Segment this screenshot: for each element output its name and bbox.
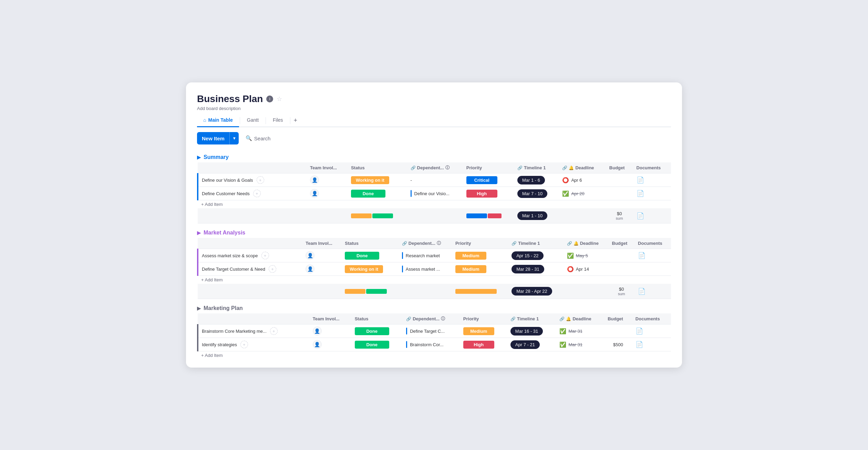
add-item-button[interactable]: + Add Item xyxy=(198,276,671,284)
new-item-button[interactable]: New Item ▾ xyxy=(197,132,239,144)
deadline-cell: ⭕Apr 14 xyxy=(564,262,609,276)
table-market: Team Invol...Status🔗 Dependent... ⓘPrior… xyxy=(197,238,671,299)
budget-cell xyxy=(606,187,633,200)
timeline-badge: Mar 28 - 31 xyxy=(512,265,544,273)
item-name: Define Target Customer & Need xyxy=(202,267,265,272)
deadline-cell: ✅Mar 31 xyxy=(556,324,604,338)
priority-cell[interactable]: Medium xyxy=(460,324,507,338)
search-icon: 🔍 xyxy=(246,135,252,141)
dep-bar xyxy=(411,190,412,197)
col-header-item xyxy=(198,313,309,324)
priority-cell[interactable]: High xyxy=(460,338,507,351)
add-person-button[interactable]: + xyxy=(269,265,276,273)
add-person-button[interactable]: + xyxy=(261,252,269,259)
col-header-7: Documents xyxy=(632,313,671,324)
group-header-market[interactable]: ▶ Market Analysis xyxy=(197,230,671,236)
item-name: Identify strategies xyxy=(202,342,237,347)
document-icon[interactable]: 📄 xyxy=(637,177,644,183)
priority-cell[interactable]: Medium xyxy=(452,249,508,262)
info-icon[interactable]: ⓘ xyxy=(437,240,441,246)
add-person-button[interactable]: + xyxy=(240,341,248,348)
add-item-button[interactable]: + Add Item xyxy=(198,351,671,360)
tab-gantt[interactable]: Gantt xyxy=(241,114,265,127)
add-item-row[interactable]: + Add Item xyxy=(198,200,671,209)
add-person-button[interactable]: + xyxy=(270,327,278,335)
summary-timeline-badge: Mar 1 - 10 xyxy=(517,211,547,220)
tabs-row: ⌂ Main Table Gantt Files + xyxy=(197,114,671,127)
add-person-button[interactable]: + xyxy=(257,176,264,184)
summary-budget-cell: $0sum xyxy=(606,208,633,223)
summary-priority-bar1 xyxy=(455,289,497,294)
table-row: Brainstorm Core Marketing me... + 👤DoneD… xyxy=(198,324,671,338)
dep-text: - xyxy=(411,178,412,183)
status-badge: Done xyxy=(351,190,385,198)
group-header-marketing[interactable]: ▶ Marketing Plan xyxy=(197,305,671,311)
col-header-2: 🔗 Dependent... ⓘ xyxy=(407,162,463,173)
group-header-summary[interactable]: ▶ Summary xyxy=(197,154,671,160)
team-cell: 👤 xyxy=(309,324,351,338)
budget-cell xyxy=(609,262,635,276)
link-icon: 🔗 xyxy=(406,317,411,321)
summary-budget-value: $0 xyxy=(619,287,624,292)
avatar: 👤 xyxy=(313,340,322,349)
status-badge: Working on it xyxy=(345,265,383,273)
bell-icon: 🔔 xyxy=(569,166,574,170)
timeline-badge: Mar 7 - 10 xyxy=(517,189,547,198)
avatar: 👤 xyxy=(310,189,319,198)
priority-cell[interactable]: High xyxy=(463,187,514,200)
col-header-item xyxy=(198,238,302,249)
status-cell[interactable]: Done xyxy=(351,324,403,338)
summary-priority-cell xyxy=(463,208,514,223)
status-cell[interactable]: Done xyxy=(348,187,407,200)
deadline-cell: ✅May 5 xyxy=(564,249,609,262)
tab-main-table[interactable]: ⌂ Main Table xyxy=(197,114,239,127)
add-item-row[interactable]: + Add Item xyxy=(198,276,671,284)
info-icon[interactable]: ⓘ xyxy=(441,316,445,322)
col-header-5: 🔗🔔 Deadline xyxy=(559,162,606,173)
status-cell[interactable]: Working on it xyxy=(348,173,407,187)
priority-cell[interactable]: Critical xyxy=(463,173,514,187)
tab-files[interactable]: Files xyxy=(267,114,289,127)
item-name: Assess market size & scope xyxy=(202,253,258,258)
summary-team-cell xyxy=(302,284,341,299)
document-icon[interactable]: 📄 xyxy=(638,252,645,259)
add-item-button[interactable]: + Add Item xyxy=(198,200,671,209)
board-title-row: Business Plan i ☆ xyxy=(197,93,671,104)
col-header-3: Priority xyxy=(460,313,507,324)
star-icon[interactable]: ☆ xyxy=(277,95,282,103)
deadline-text: Apr 6 xyxy=(571,178,582,183)
info-icon[interactable]: i xyxy=(266,96,273,102)
timeline-cell: Mar 1 - 6 xyxy=(514,173,559,187)
budget-cell xyxy=(609,249,635,262)
avatar: 👤 xyxy=(306,251,314,260)
add-person-button[interactable]: + xyxy=(253,190,261,197)
timeline-cell: Apr 7 - 21 xyxy=(507,338,556,351)
add-tab-button[interactable]: + xyxy=(291,117,300,124)
info-icon[interactable]: ⓘ xyxy=(445,165,450,171)
status-cell[interactable]: Done xyxy=(351,338,403,351)
new-item-caret-icon[interactable]: ▾ xyxy=(229,132,239,144)
status-cell[interactable]: Working on it xyxy=(341,262,399,276)
priority-cell[interactable]: Medium xyxy=(452,262,508,276)
group-collapse-icon: ▶ xyxy=(197,230,201,236)
table-row: Assess market size & scope + 👤DoneResear… xyxy=(198,249,671,262)
documents-cell: 📄 xyxy=(634,249,671,262)
summary-bar-green xyxy=(366,289,387,294)
col-header-6: Budget xyxy=(604,313,632,324)
document-icon[interactable]: 📄 xyxy=(636,328,643,334)
circle-icon: ⭕ xyxy=(562,177,569,183)
document-icon[interactable]: 📄 xyxy=(637,190,644,197)
timeline-badge: Apr 7 - 21 xyxy=(510,340,540,349)
add-item-row[interactable]: + Add Item xyxy=(198,351,671,360)
group-collapse-icon: ▶ xyxy=(197,154,201,160)
board-description[interactable]: Add board description xyxy=(197,106,671,111)
status-cell[interactable]: Done xyxy=(341,249,399,262)
document-icon[interactable]: 📄 xyxy=(636,341,643,348)
link-icon: 🔗 xyxy=(411,166,416,170)
summary-budget-value: $0 xyxy=(617,211,622,216)
summary-docs-cell: 📄 xyxy=(634,284,671,299)
dep-bar xyxy=(402,252,403,259)
search-button[interactable]: 🔍 Search xyxy=(242,133,274,143)
avatar: 👤 xyxy=(313,327,322,336)
board-container: Business Plan i ☆ Add board description … xyxy=(186,82,682,368)
